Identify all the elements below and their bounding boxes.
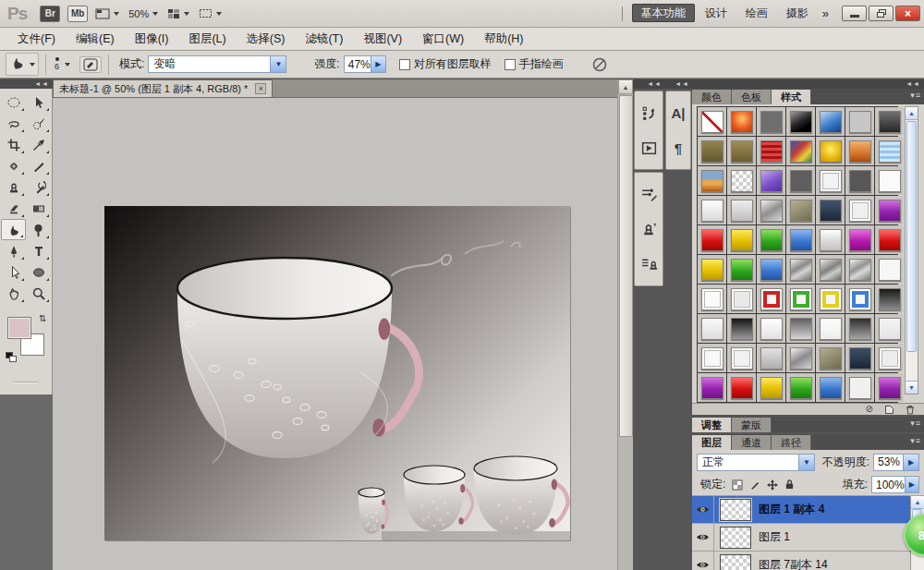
style-swatch-62[interactable] bbox=[849, 347, 871, 370]
style-swatch-17[interactable] bbox=[760, 170, 783, 192]
zoom-tool[interactable] bbox=[26, 283, 51, 304]
layer-thumbnail[interactable] bbox=[720, 527, 751, 549]
tool-presets-panel-icon[interactable] bbox=[635, 247, 663, 282]
workspace-button-基本功能[interactable]: 基本功能 bbox=[632, 4, 695, 22]
eyedropper-tool[interactable] bbox=[26, 134, 51, 155]
style-swatch-70[interactable] bbox=[879, 377, 901, 399]
styles-tab-颜色[interactable]: 颜色 bbox=[692, 90, 732, 104]
paragraph-panel-icon[interactable]: ¶ bbox=[666, 130, 690, 165]
style-swatch-5[interactable] bbox=[820, 111, 842, 133]
style-swatch-7[interactable] bbox=[879, 111, 901, 133]
document-tab[interactable]: 未标题-1 @ 50% (图层 1 副本 4, RGB/8) * × bbox=[53, 79, 273, 97]
panel-menu-icon[interactable]: ▾≡ bbox=[910, 91, 921, 100]
airbrush-icon[interactable] bbox=[591, 56, 608, 73]
style-swatch-41[interactable] bbox=[849, 259, 871, 281]
scroll-up-icon[interactable]: ▲ bbox=[906, 107, 918, 120]
fill-input[interactable]: 100% ▶ bbox=[871, 476, 919, 493]
workspace-button-摄影[interactable]: 摄影 bbox=[778, 5, 817, 21]
style-swatch-25[interactable] bbox=[790, 200, 812, 222]
style-swatch-13[interactable] bbox=[849, 140, 871, 163]
menu-item[interactable]: 帮助(H) bbox=[474, 29, 533, 50]
clone-stamp-tool[interactable] bbox=[1, 176, 26, 198]
style-swatch-42[interactable] bbox=[879, 259, 901, 281]
menu-item[interactable]: 图层(L) bbox=[178, 29, 236, 50]
default-colors-icon[interactable] bbox=[6, 352, 17, 362]
path-selection-tool[interactable] bbox=[1, 261, 26, 283]
styles-tab-色板[interactable]: 色板 bbox=[732, 90, 772, 104]
lock-paint-icon[interactable] bbox=[749, 479, 760, 491]
close-button[interactable]: × bbox=[895, 6, 920, 21]
style-swatch-33[interactable] bbox=[820, 229, 842, 251]
screen-mode-button[interactable] bbox=[199, 8, 222, 18]
layer-blend-mode-select[interactable]: 正常 ▼ bbox=[697, 454, 815, 471]
dodge-tool[interactable] bbox=[26, 219, 51, 240]
swap-colors-icon[interactable]: ⇄ bbox=[37, 314, 47, 321]
brush-tool[interactable] bbox=[26, 155, 51, 176]
style-swatch-26[interactable] bbox=[820, 200, 842, 222]
layer-row[interactable]: 图层 7副本 14 bbox=[692, 552, 924, 570]
style-swatch-34[interactable] bbox=[849, 229, 871, 251]
style-swatch-3[interactable] bbox=[760, 111, 783, 133]
style-swatch-12[interactable] bbox=[820, 140, 842, 163]
sample-all-layers-checkbox[interactable] bbox=[399, 59, 410, 70]
scrollbar-thumb[interactable] bbox=[619, 95, 633, 437]
menu-item[interactable]: 窗口(W) bbox=[412, 29, 474, 50]
style-swatch-29[interactable] bbox=[701, 229, 723, 251]
layers-tab-通道[interactable]: 通道 bbox=[732, 435, 772, 450]
canvas[interactable] bbox=[53, 98, 617, 570]
style-swatch-6[interactable] bbox=[849, 111, 871, 133]
toggle-brush-panel-button[interactable] bbox=[79, 56, 102, 73]
style-swatch-16[interactable] bbox=[731, 170, 753, 192]
style-swatch-68[interactable] bbox=[820, 377, 842, 399]
style-swatch-9[interactable] bbox=[731, 140, 753, 163]
canvas-vertical-scrollbar[interactable]: ▲ bbox=[617, 79, 633, 570]
style-swatch-19[interactable] bbox=[820, 170, 842, 192]
zoom-level-button[interactable]: 50% bbox=[128, 8, 158, 19]
style-swatch-2[interactable] bbox=[731, 111, 753, 133]
style-swatch-23[interactable] bbox=[731, 200, 753, 222]
lasso-tool[interactable] bbox=[1, 113, 26, 134]
move-tool[interactable] bbox=[26, 91, 51, 113]
style-swatch-35[interactable] bbox=[879, 229, 901, 251]
strength-input[interactable]: 47% ▶ bbox=[344, 55, 386, 73]
brush-panel-icon[interactable] bbox=[635, 176, 663, 212]
crop-tool[interactable] bbox=[1, 134, 26, 155]
blend-mode-select[interactable]: 变暗 ▼ bbox=[148, 55, 286, 73]
clear-style-icon[interactable]: ⊘ bbox=[866, 405, 873, 414]
history-panel-icon[interactable] bbox=[635, 95, 663, 130]
styles-scrollbar[interactable]: ▲ ▼ bbox=[905, 106, 918, 394]
style-swatch-57[interactable] bbox=[701, 347, 723, 370]
style-swatch-36[interactable] bbox=[701, 259, 723, 281]
hand-tool[interactable] bbox=[1, 283, 26, 304]
delete-style-icon[interactable] bbox=[906, 405, 915, 415]
sample-all-layers-option[interactable]: 对所有图层取样 bbox=[399, 56, 492, 72]
close-document-icon[interactable]: × bbox=[255, 83, 266, 94]
menu-item[interactable]: 图像(I) bbox=[125, 29, 179, 50]
scroll-up-icon[interactable]: ▲ bbox=[911, 496, 924, 509]
clone-source-panel-icon[interactable] bbox=[635, 212, 663, 247]
brush-preset-picker[interactable]: 6 bbox=[55, 57, 59, 71]
style-swatch-18[interactable] bbox=[790, 170, 812, 192]
style-swatch-20[interactable] bbox=[849, 170, 871, 192]
style-swatch-44[interactable] bbox=[731, 288, 753, 310]
panel-menu-icon[interactable]: ▾≡ bbox=[910, 436, 921, 445]
layers-tab-图层[interactable]: 图层 bbox=[692, 435, 732, 450]
minimize-button[interactable] bbox=[842, 6, 867, 21]
adjust-tab-蒙版[interactable]: 蒙版 bbox=[732, 418, 772, 432]
scroll-up-icon[interactable]: ▲ bbox=[618, 79, 633, 94]
scrollbar-thumb[interactable] bbox=[906, 121, 917, 352]
menu-item[interactable]: 视图(V) bbox=[353, 29, 412, 50]
launch-mini-bridge-button[interactable]: Mb bbox=[67, 6, 88, 22]
style-swatch-45[interactable] bbox=[760, 288, 783, 310]
style-swatch-28[interactable] bbox=[879, 200, 901, 222]
panel-menu-icon[interactable]: ▾≡ bbox=[910, 418, 921, 428]
style-swatch-59[interactable] bbox=[760, 347, 783, 370]
menu-item[interactable]: 选择(S) bbox=[237, 29, 296, 50]
pen-tool[interactable] bbox=[1, 240, 26, 261]
style-swatch-58[interactable] bbox=[731, 347, 753, 370]
style-swatch-31[interactable] bbox=[760, 229, 783, 251]
style-swatch-53[interactable] bbox=[790, 318, 812, 340]
opacity-input[interactable]: 53% ▶ bbox=[873, 454, 919, 471]
scroll-down-icon[interactable]: ▼ bbox=[906, 381, 918, 394]
style-swatch-64[interactable] bbox=[701, 377, 723, 399]
